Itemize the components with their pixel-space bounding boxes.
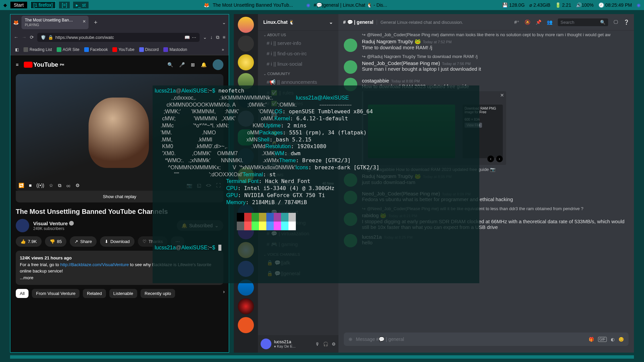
desc-link[interactable]: http://Backblaze.com/VisualVenture: [60, 262, 129, 267]
star-icon[interactable]: ☆: [49, 183, 53, 189]
server-icon[interactable]: [238, 317, 254, 333]
members-icon[interactable]: 👥: [547, 19, 552, 25]
message-author[interactable]: costagabbie: [362, 78, 389, 83]
chip-related[interactable]: Related: [83, 289, 106, 298]
gif-icon[interactable]: GIF: [598, 337, 607, 342]
url-menu-icon[interactable]: ⋯: [192, 35, 196, 40]
more-link[interactable]: ...more: [20, 275, 33, 280]
terminal-window[interactable]: lucss21a@AlexiSUSE:~$ neofetch .,cdxxxoc…: [153, 85, 479, 283]
mute-icon[interactable]: 🔕: [525, 19, 530, 25]
section-about[interactable]: ⌄ ABOUT US: [258, 30, 338, 38]
reload-icon[interactable]: ⟳: [30, 35, 34, 40]
message-time: Today at 7:56 PM: [442, 62, 471, 66]
chip-listenable[interactable]: Listenable: [109, 289, 137, 298]
embed-close-icon[interactable]: ✕: [500, 93, 504, 98]
server-icon[interactable]: [238, 36, 254, 52]
server-icon[interactable]: [238, 17, 254, 33]
account-avatar[interactable]: [213, 59, 223, 70]
pip-icon[interactable]: ⧉: [58, 183, 61, 189]
section-community[interactable]: ⌄ COMMUNITY: [258, 69, 338, 77]
extension-icon[interactable]: ⧉: [216, 35, 219, 40]
embed-prev-icon[interactable]: ‹: [487, 156, 494, 162]
message-avatar[interactable]: [344, 39, 357, 52]
chip-next-icon[interactable]: ›: [223, 289, 225, 294]
server-icon[interactable]: [238, 298, 254, 314]
like-button[interactable]: 👍7.9K: [16, 236, 42, 247]
search-icon[interactable]: 🔍: [167, 62, 173, 67]
download-icon[interactable]: ↓: [210, 35, 213, 40]
mic-icon[interactable]: 🎙: [315, 342, 320, 347]
close-tab-icon[interactable]: ✕: [83, 19, 86, 24]
battery-status: 🔋 2.21: [555, 2, 571, 8]
message-time: Today at 7:52 PM: [423, 40, 452, 44]
server-icon[interactable]: [238, 54, 254, 70]
help-icon[interactable]: ❔: [624, 19, 629, 25]
audio-icon[interactable]: ((•)): [36, 183, 44, 189]
channel-name[interactable]: Visual Venture: [33, 221, 74, 226]
message-author[interactable]: Raduj Nagrœm Trugöy 🐸: [362, 39, 421, 44]
bookmark-youtube[interactable]: YouTube: [112, 47, 134, 52]
download-button[interactable]: ⬇Download: [100, 236, 135, 247]
thumb-up-icon: 👍: [20, 239, 26, 244]
back-icon[interactable]: ←: [14, 35, 18, 40]
message-input[interactable]: ⊕ Message #💬 | general 🎁 GIF ◐ 😊: [344, 333, 629, 346]
user-avatar[interactable]: [261, 339, 271, 349]
task-st[interactable]: ▸_ st: [73, 2, 89, 8]
repeat-icon[interactable]: 🔁: [18, 183, 24, 189]
message: Need_Job_Coder(Please Ping me)Today at 7…: [344, 58, 629, 76]
bookmarks-overflow-icon[interactable]: »: [222, 47, 224, 52]
threads-icon[interactable]: #⁺: [514, 19, 519, 25]
bookmark-mastodon[interactable]: Mastodon: [163, 47, 187, 52]
sidebar-icon[interactable]: ◧: [15, 47, 19, 52]
gear-icon[interactable]: ⚙: [332, 342, 336, 347]
settings-icon[interactable]: ⚙: [75, 183, 80, 189]
bookmark-reading-list[interactable]: Reading List: [23, 47, 52, 52]
firefox-tab[interactable]: The Most Unsettling Ban… PLAYING ✕: [21, 16, 89, 29]
voice-search-icon[interactable]: 🎤: [179, 62, 185, 67]
channel-find-us-on-irc[interactable]: # i || find-us-on-irc: [260, 49, 336, 58]
task-firefox[interactable]: [1 firefox]: [31, 1, 56, 9]
create-icon[interactable]: ⊞: [191, 62, 195, 67]
pocket-icon[interactable]: ⌄: [203, 35, 207, 40]
emoji-icon[interactable]: 😊: [619, 337, 624, 342]
menu-icon[interactable]: ≡: [223, 35, 225, 40]
bookmark-discord[interactable]: Discord: [139, 47, 159, 52]
message-reply[interactable]: ↪ @Need_Job_Coder(Please Ping me) dammn …: [362, 32, 629, 37]
task-empty[interactable]: [=]: [59, 2, 70, 8]
share-button[interactable]: ↗Share: [70, 236, 97, 247]
inbox-icon[interactable]: 🖵: [613, 19, 618, 25]
channel-header: # 💬 | general General Linux-related chat…: [338, 14, 634, 30]
chip-from-channel[interactable]: From Visual Venture: [32, 289, 79, 298]
guild-header[interactable]: Linux.Chat 🐧 ⌄: [258, 14, 338, 30]
dislike-button[interactable]: 👎85: [45, 236, 66, 247]
discord-search[interactable]: Search 🔍: [558, 18, 608, 26]
tray-icon[interactable]: ◉: [637, 2, 641, 8]
sticker-icon[interactable]: ◐: [611, 337, 614, 342]
forward-icon[interactable]: →: [22, 35, 26, 40]
bookmark-facebook[interactable]: Facebook: [84, 47, 108, 52]
stop-icon[interactable]: ■: [29, 183, 32, 189]
embed-next-icon[interactable]: ›: [496, 156, 503, 162]
headphones-icon[interactable]: 🎧: [323, 342, 328, 347]
cc-icon[interactable]: ㏄: [66, 183, 71, 189]
channel-server-info[interactable]: # i || server-info: [260, 38, 336, 48]
bookmark-agr-site[interactable]: AGR Site: [57, 47, 79, 52]
notifications-icon[interactable]: 🔔: [201, 62, 207, 67]
tab-dropdown-icon[interactable]: ⌄: [222, 20, 226, 25]
channel-avatar[interactable]: [16, 219, 29, 232]
message-author[interactable]: Need_Job_Coder(Please Ping me): [362, 60, 440, 66]
channel-linux-social[interactable]: # i || linux-social: [260, 59, 336, 69]
chip-all[interactable]: All: [16, 289, 29, 298]
reader-mode-icon[interactable]: 📖: [184, 35, 190, 40]
hamburger-icon[interactable]: ≡: [16, 62, 18, 67]
new-tab-button[interactable]: +: [91, 19, 100, 26]
pin-icon[interactable]: 📌: [536, 19, 541, 25]
message-avatar[interactable]: [344, 60, 357, 74]
firefox-icon: 🦊: [204, 2, 209, 8]
gift-icon[interactable]: 🎁: [589, 337, 594, 342]
youtube-logo[interactable]: YouTubePH: [24, 61, 64, 68]
start-button[interactable]: Start: [10, 2, 27, 8]
address-input[interactable]: 🛡️ 🔒 https://www.youtube.com/watc 📖 ⋯: [37, 33, 200, 42]
attach-icon[interactable]: ⊕: [348, 337, 353, 342]
chip-recent[interactable]: Recently uplo: [141, 289, 175, 298]
